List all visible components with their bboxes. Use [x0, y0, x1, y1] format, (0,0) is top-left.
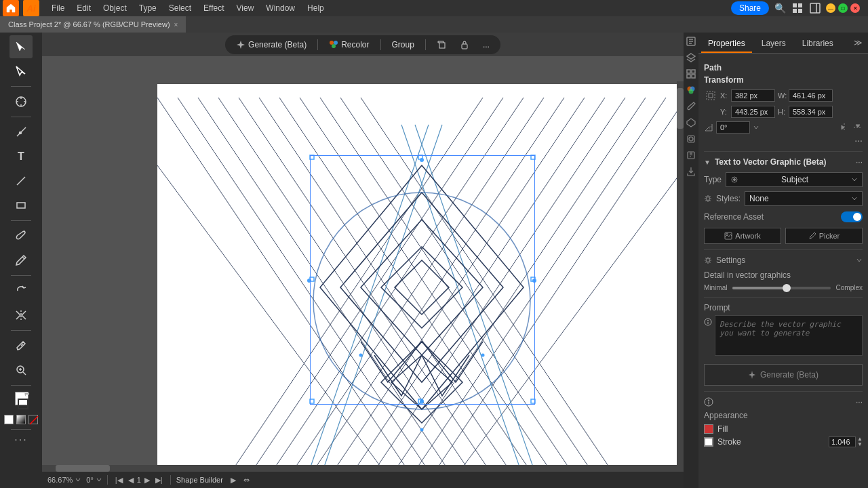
home-icon[interactable]: [3, 0, 19, 16]
grid-icon[interactable]: [791, 1, 804, 15]
copy-button[interactable]: [431, 38, 452, 52]
tab-libraries[interactable]: Libraries: [795, 35, 840, 53]
graphic-styles-side-icon[interactable]: [685, 133, 697, 145]
menu-edit[interactable]: Edit: [71, 2, 96, 14]
stroke-color[interactable]: [18, 399, 28, 409]
first-page-button[interactable]: |◀: [113, 476, 125, 485]
flip-v-icon[interactable]: [853, 123, 863, 132]
stroke-color-swatch[interactable]: [704, 437, 713, 447]
y-input[interactable]: [731, 106, 775, 118]
generate-button[interactable]: Generate (Beta): [704, 364, 863, 386]
eyedropper-tool[interactable]: [9, 334, 33, 357]
direct-selection-tool[interactable]: [9, 60, 33, 83]
brush-side-icon[interactable]: [685, 100, 697, 113]
document-tab[interactable]: Class Project 2* @ 66.67 % (RGB/CPU Prev…: [0, 16, 186, 33]
more-options-button[interactable]: ...: [477, 38, 495, 52]
tab-close-icon[interactable]: ×: [174, 21, 178, 28]
panel-toggle-icon[interactable]: [808, 1, 822, 15]
white-canvas[interactable]: RRCG 人人素材: [42, 57, 684, 472]
assets-side-icon[interactable]: [685, 68, 697, 80]
fill-color-swatch[interactable]: [704, 424, 713, 434]
close-button[interactable]: ✕: [850, 3, 860, 13]
tool-options-arrow[interactable]: ▶: [229, 476, 238, 485]
menu-help[interactable]: Help: [302, 2, 330, 14]
menu-type[interactable]: Type: [134, 2, 162, 14]
zoom-control[interactable]: 66.67%: [47, 476, 81, 484]
zoom-tool[interactable]: [9, 359, 33, 382]
group-button[interactable]: Group: [387, 38, 420, 52]
menu-object[interactable]: Object: [98, 2, 132, 14]
x-input[interactable]: [731, 89, 775, 102]
layers-side-icon[interactable]: [685, 52, 697, 64]
swap-colors-icon[interactable]: ⇄: [24, 390, 30, 397]
detail-slider[interactable]: [732, 287, 830, 289]
vertical-scrollbar[interactable]: [677, 81, 684, 472]
angle-control[interactable]: 0°: [86, 476, 102, 484]
pen-tool[interactable]: [9, 121, 33, 144]
generate-btn-label: Generate (Beta): [760, 370, 818, 380]
w-input[interactable]: [789, 89, 833, 102]
reference-asset-toggle[interactable]: [841, 211, 863, 222]
maximize-button[interactable]: □: [838, 3, 848, 13]
recolor-button[interactable]: Recolor: [323, 38, 374, 52]
lock-button[interactable]: [454, 38, 475, 52]
properties-side-icon[interactable]: [685, 35, 697, 47]
text-to-vector-header[interactable]: ▼ Text to Vector Graphic (Beta) ···: [704, 157, 863, 167]
slider-thumb[interactable]: [783, 284, 791, 292]
info-side-icon[interactable]: [685, 149, 697, 161]
magic-wand-tool[interactable]: [9, 90, 33, 113]
more-options-icon[interactable]: ···: [854, 135, 863, 146]
info-circle-icon[interactable]: [704, 397, 713, 407]
horizontal-scrollbar[interactable]: [42, 465, 677, 472]
artwork-button[interactable]: Artwork: [704, 228, 781, 244]
pencil-tool[interactable]: [9, 249, 33, 272]
flip-h-icon[interactable]: [840, 123, 849, 132]
type-tool[interactable]: T: [9, 145, 33, 168]
color-indicator[interactable]: ⇄: [9, 389, 33, 412]
scroll-thumb[interactable]: [677, 88, 684, 129]
search-icon[interactable]: 🔍: [773, 1, 787, 15]
stroke-width-input[interactable]: [829, 436, 856, 447]
status-expand-icon[interactable]: ⇔: [243, 476, 250, 485]
tab-layers[interactable]: Layers: [755, 35, 793, 53]
menu-view[interactable]: View: [231, 2, 260, 14]
prompt-textarea[interactable]: [715, 315, 863, 356]
rectangle-tool[interactable]: [9, 194, 33, 217]
prev-page-button[interactable]: ◀: [126, 476, 136, 485]
next-page-button[interactable]: ▶: [142, 476, 152, 485]
selection-tool[interactable]: [9, 35, 33, 58]
export-side-icon[interactable]: [685, 165, 697, 178]
horizontal-scroll-thumb[interactable]: [56, 465, 110, 472]
menu-effect[interactable]: Effect: [198, 2, 229, 14]
info-icon[interactable]: [704, 318, 712, 326]
line-segment-tool[interactable]: [9, 169, 33, 192]
menu-file[interactable]: File: [46, 2, 70, 14]
type-select[interactable]: Subject: [726, 172, 863, 187]
fill-mode[interactable]: [4, 415, 14, 424]
angle-input[interactable]: [716, 121, 750, 134]
paintbrush-tool[interactable]: [9, 224, 33, 247]
generate-beta-button[interactable]: Generate (Beta): [231, 38, 312, 52]
panel-collapse-icon[interactable]: ≫: [851, 35, 865, 53]
symbols-side-icon[interactable]: [685, 117, 697, 129]
menu-select[interactable]: Select: [163, 2, 197, 14]
settings-row[interactable]: Settings: [704, 256, 863, 265]
tab-properties[interactable]: Properties: [701, 35, 752, 53]
spinner-down[interactable]: ▼: [857, 442, 863, 447]
section-more-icon[interactable]: ···: [856, 157, 863, 167]
h-input[interactable]: [789, 106, 833, 118]
more-icon-2[interactable]: ···: [856, 397, 863, 407]
minimize-button[interactable]: —: [826, 3, 835, 13]
menu-window[interactable]: Window: [260, 2, 300, 14]
rotate-tool[interactable]: [9, 279, 33, 302]
section-divider-4: [704, 391, 863, 392]
more-tools[interactable]: ···: [9, 433, 33, 447]
gradient-mode[interactable]: [16, 415, 26, 424]
picker-button[interactable]: Picker: [785, 228, 863, 244]
styles-select[interactable]: None: [745, 191, 863, 206]
reflect-tool[interactable]: [9, 304, 33, 327]
none-mode[interactable]: [28, 415, 38, 424]
share-button[interactable]: Share: [731, 1, 769, 15]
last-page-button[interactable]: ▶|: [153, 476, 165, 485]
color-side-icon[interactable]: [685, 84, 697, 96]
